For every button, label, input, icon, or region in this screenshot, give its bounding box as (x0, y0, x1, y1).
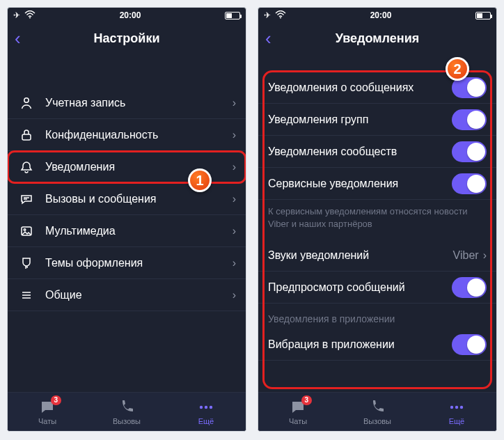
row-media[interactable]: Мультимедиа › (8, 215, 246, 247)
chevron-right-icon: › (233, 161, 236, 173)
chats-badge: 3 (51, 395, 62, 405)
svg-point-8 (280, 17, 281, 18)
nav-header: ‹ Уведомления (258, 23, 496, 54)
toggle-switch[interactable] (452, 141, 487, 162)
tab-chats[interactable]: 3 Чаты (8, 393, 87, 431)
notifications-list: Уведомления о сообщениях Уведомления гру… (258, 54, 496, 392)
tab-chats[interactable]: 3 Чаты (258, 393, 338, 431)
step-marker-1: 1 (188, 168, 212, 192)
chevron-right-icon: › (233, 225, 236, 237)
wifi-icon (275, 10, 286, 21)
battery-icon (225, 12, 240, 19)
svg-point-11 (460, 405, 463, 408)
tab-more[interactable]: Ещё (417, 393, 496, 431)
tab-calls[interactable]: Вызовы (87, 393, 166, 431)
row-in-app-vibrate[interactable]: Вибрация в приложении (258, 329, 496, 361)
service-footnote: К сервисным уведомлениям относятся новос… (258, 200, 496, 239)
toggle-switch[interactable] (452, 277, 487, 298)
svg-point-5 (200, 405, 203, 408)
back-icon[interactable]: ‹ (265, 29, 271, 47)
svg-rect-2 (22, 134, 31, 140)
svg-point-9 (450, 405, 453, 408)
svg-point-1 (24, 97, 29, 102)
row-general[interactable]: Общие › (8, 279, 246, 311)
row-preview[interactable]: Предпросмотр сообщений (258, 272, 496, 304)
svg-point-6 (205, 405, 207, 408)
wifi-icon (24, 10, 36, 21)
section-in-app: Уведомления в приложении (258, 304, 496, 329)
tab-bar: 3 Чаты Вызовы Ещё (258, 392, 496, 431)
row-calls-messages[interactable]: Вызовы и сообщения › (8, 183, 246, 215)
toggle-switch[interactable] (452, 109, 487, 130)
svg-point-7 (210, 405, 212, 408)
chevron-right-icon: › (233, 129, 236, 141)
status-time: 20:00 (36, 10, 225, 20)
row-service-notifications[interactable]: Сервисные уведомления (258, 168, 496, 200)
tab-calls[interactable]: Вызовы (338, 393, 417, 431)
row-themes[interactable]: Темы оформления › (8, 247, 246, 279)
sound-value: Viber (453, 249, 479, 262)
svg-point-10 (455, 405, 458, 408)
brush-icon (17, 256, 36, 270)
svg-point-0 (29, 17, 31, 18)
bell-icon (17, 160, 36, 174)
step-marker-2: 2 (446, 57, 469, 81)
chevron-right-icon: › (233, 193, 236, 205)
status-bar: ✈ 20:00 (258, 8, 496, 23)
back-icon[interactable]: ‹ (15, 29, 21, 47)
airplane-icon: ✈ (264, 10, 271, 20)
image-icon (17, 224, 36, 238)
chevron-right-icon: › (233, 289, 236, 301)
row-sounds[interactable]: Звуки уведомлений Viber › (258, 239, 496, 272)
row-privacy[interactable]: Конфиденциальность › (8, 119, 246, 151)
phone-settings: ✈ 20:00 ‹ Настройки Учетная запись › Кон… (7, 7, 246, 432)
chevron-right-icon: › (233, 257, 236, 269)
settings-list: Учетная запись › Конфиденциальность › Ув… (8, 54, 246, 392)
row-community-notifications[interactable]: Уведомления сообществ (258, 136, 496, 168)
chevron-right-icon: › (483, 249, 487, 262)
nav-header: ‹ Настройки (8, 23, 246, 54)
chevron-right-icon: › (233, 97, 236, 109)
status-bar: ✈ 20:00 (8, 8, 246, 23)
page-title: Уведомления (258, 31, 496, 46)
tab-bar: 3 Чаты Вызовы Ещё (8, 392, 246, 431)
row-group-notifications[interactable]: Уведомления групп (258, 104, 496, 136)
toggle-switch[interactable] (452, 173, 487, 194)
lock-icon (17, 128, 36, 142)
status-time: 20:00 (286, 10, 475, 20)
svg-point-4 (24, 228, 26, 230)
row-account[interactable]: Учетная запись › (8, 87, 246, 119)
battery-icon (475, 12, 491, 19)
chats-badge: 3 (301, 395, 313, 405)
page-title: Настройки (8, 31, 246, 46)
toggle-switch[interactable] (452, 334, 487, 355)
airplane-icon: ✈ (13, 10, 20, 20)
chat-icon (17, 192, 36, 206)
list-icon (17, 288, 36, 302)
tab-more[interactable]: Ещё (166, 393, 246, 431)
person-icon (17, 96, 36, 110)
